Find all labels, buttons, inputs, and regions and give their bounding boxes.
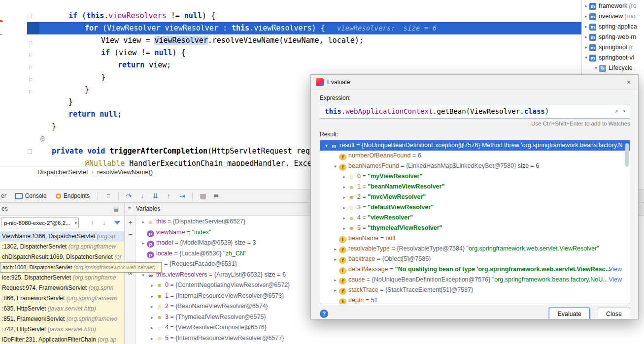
- frame-row[interactable]: Request:974, FrameworkServlet (org.sprin: [0, 283, 124, 293]
- gutter-flag-icon[interactable]: ⚐: [28, 37, 33, 49]
- frame-row[interactable]: :851, FrameworkServlet (org.springframew…: [0, 314, 124, 324]
- dialog-titlebar[interactable]: Evaluate ×: [311, 75, 638, 90]
- tree-row-3[interactable]: ▸≡3 = "defaultViewResolver": [320, 202, 630, 213]
- view-link[interactable]: View: [609, 264, 622, 275]
- frame-row[interactable]: ViewName:1366, DispatcherServlet (org.sp: [0, 231, 124, 242]
- step-out-icon[interactable]: ↑: [162, 192, 175, 200]
- chevron-closed-icon[interactable]: ▸: [341, 192, 347, 202]
- chevron-icon[interactable]: ▸: [583, 11, 589, 22]
- tree-row-beanName[interactable]: fbeanName = null: [320, 233, 630, 244]
- gutter-flag-icon[interactable]: ⚐: [28, 49, 33, 62]
- expression-input[interactable]: this.webApplicationContext.getBean(ViewR…: [320, 104, 630, 119]
- frame-row[interactable]: chDispatchResult:1069, DispatcherServlet…: [0, 252, 124, 262]
- evaluate-button[interactable]: Evaluate: [549, 308, 590, 319]
- tree-row-2[interactable]: ▸≡2 = "mvcViewResolver": [320, 192, 630, 202]
- frames-tab-cut[interactable]: es: [1, 205, 8, 212]
- tree-row-stackTrace[interactable]: ▸fstackTrace = {StackTraceElement[51]@75…: [320, 285, 630, 295]
- chevron-icon[interactable]: ▸: [583, 22, 589, 32]
- chevron-closed-icon[interactable]: ▸: [341, 203, 347, 213]
- breadcrumb-method[interactable]: resolveViewName(): [97, 168, 153, 176]
- tab-endpoints[interactable]: Endpoints: [51, 189, 94, 202]
- panel-splitter[interactable]: [124, 203, 125, 215]
- chevron-closed-icon[interactable]: ▸: [332, 285, 339, 295]
- step-into-icon[interactable]: ↓: [136, 192, 149, 200]
- force-step-into-icon[interactable]: ⇊: [149, 192, 162, 200]
- debugger-tab-cut[interactable]: er: [1, 192, 6, 199]
- chevron-closed-icon[interactable]: ▸: [332, 275, 339, 285]
- tree-row-5[interactable]: ▸≡5 = {InternalResourceViewResolver@6577…: [136, 333, 644, 344]
- chevron-closed-icon[interactable]: ▸: [341, 182, 347, 192]
- tree-row-1[interactable]: ▸≡1 = "beanNameViewResolver": [320, 182, 630, 192]
- chevron-closed-icon[interactable]: ▸: [149, 302, 155, 312]
- gutter-flag-icon[interactable]: ⚐: [28, 62, 33, 74]
- tree-row-4[interactable]: ▸≡4 = {ViewResolverComposite@6576}: [136, 322, 644, 333]
- options-menu-icon[interactable]: ≡: [102, 192, 115, 200]
- scrollbar-thumb[interactable]: [625, 143, 629, 167]
- project-item[interactable]: ▾mspringboot-vi: [582, 53, 644, 63]
- tab-console[interactable]: Console: [10, 189, 51, 202]
- variables-menu-icon[interactable]: ≡: [128, 205, 131, 212]
- frame-row[interactable]: ice:925, DispatcherServlet (org.springfr…: [0, 273, 124, 283]
- project-item[interactable]: ▸mframework (ro: [582, 1, 644, 11]
- frame-row[interactable]: :635, HttpServlet (javax.servlet.http): [0, 304, 124, 314]
- chevron-open-icon[interactable]: ▾: [323, 141, 330, 151]
- chevron-icon[interactable]: ▸: [583, 42, 589, 53]
- chevron-closed-icon[interactable]: ▸: [341, 223, 347, 233]
- tree-row-detailMessage[interactable]: fdetailMessage = "No qualifying bean of …: [320, 264, 630, 275]
- chevron-closed-icon[interactable]: ▸: [140, 217, 146, 227]
- project-item[interactable]: ▾↻Lifecycle: [582, 63, 644, 73]
- tree-row-depth[interactable]: fdepth = 51: [320, 295, 630, 304]
- chevron-closed-icon[interactable]: ▸: [341, 172, 347, 182]
- project-item[interactable]: ▸mspringboot (r: [582, 42, 644, 53]
- tree-row-cause[interactable]: ▸fcause = {NoUniqueBeanDefinitionExcepti…: [320, 275, 630, 285]
- chevron-closed-icon[interactable]: ▸: [149, 281, 155, 291]
- chevron-icon[interactable]: ▾: [583, 53, 589, 63]
- tree-row-4[interactable]: ▸≡4 = "viewResolver": [320, 213, 630, 223]
- chevron-closed-icon[interactable]: ▸: [332, 254, 339, 264]
- add-watch-icon[interactable]: +: [125, 219, 136, 226]
- expand-editor-icon[interactable]: ↗: [614, 104, 618, 118]
- help-icon[interactable]: ?: [320, 310, 328, 318]
- close-icon[interactable]: ×: [624, 78, 633, 86]
- frame-row[interactable]: :742, HttpServlet (javax.servlet.http): [0, 324, 124, 335]
- frame-row[interactable]: :866, FrameworkServlet (org.springframew…: [0, 293, 124, 304]
- chevron-closed-icon[interactable]: ▸: [149, 291, 155, 302]
- chevron-icon[interactable]: ▾: [593, 63, 599, 73]
- mute-breakpoints-icon[interactable]: ≣: [209, 192, 223, 200]
- thread-selector[interactable]: p-nio-8080-exec-2"@6,2... ▾: [1, 218, 79, 228]
- frame-down-icon[interactable]: ↓: [102, 219, 106, 226]
- history-dropdown-icon[interactable]: ▾: [623, 104, 626, 118]
- gutter-flag-icon[interactable]: ⚐: [28, 86, 33, 98]
- view-link[interactable]: View: [609, 275, 622, 285]
- project-item[interactable]: ▸mspring-applica: [582, 22, 644, 32]
- remove-watch-icon[interactable]: −: [125, 230, 136, 238]
- project-item[interactable]: ▸mspring-web-m: [582, 32, 644, 42]
- chevron-closed-icon[interactable]: ▸: [149, 334, 155, 344]
- tree-row-5[interactable]: ▸≡5 = "thymeleafViewResolver": [320, 223, 630, 233]
- tree-row-result[interactable]: ▾∞result = {NoUniqueBeanDefinitionExcept…: [320, 140, 630, 151]
- close-button[interactable]: Close: [598, 308, 630, 319]
- step-over-icon[interactable]: ↷: [122, 192, 136, 200]
- frame-up-icon[interactable]: ↑: [91, 219, 94, 226]
- filter-frames-icon[interactable]: [114, 221, 120, 225]
- tree-row-0[interactable]: ▸≡0 = "myViewResolver": [320, 171, 630, 182]
- tree-row-backtrace[interactable]: ▸fbacktrace = {Object[5]@7585}: [320, 254, 630, 264]
- chevron-closed-icon[interactable]: ▸: [149, 313, 155, 323]
- tree-row-resolvableType[interactable]: ▸fresolvableType = {ResolvableType@7584}…: [320, 244, 630, 254]
- run-to-cursor-icon[interactable]: ⇥: [175, 192, 189, 200]
- chevron-icon[interactable]: ▸: [583, 32, 589, 42]
- chevron-closed-icon[interactable]: ▸: [140, 238, 146, 249]
- tree-row-beanNamesFound[interactable]: ▾fbeanNamesFound = {LinkedHashMap$Linked…: [320, 161, 630, 171]
- chevron-closed-icon[interactable]: ▸: [341, 213, 347, 223]
- chevron-closed-icon[interactable]: ▸: [332, 244, 339, 254]
- frame-row[interactable]: :1302, DispatcherServlet (org.springfram…: [0, 242, 124, 252]
- project-item[interactable]: ▸moverview (roo: [582, 11, 644, 22]
- chevron-icon[interactable]: ▸: [583, 1, 589, 11]
- tree-row-numberOfBeansFound[interactable]: fnumberOfBeansFound = 6: [320, 151, 630, 161]
- gutter-flag-icon[interactable]: ⚐: [28, 74, 33, 86]
- chevron-open-icon[interactable]: ▾: [332, 161, 339, 171]
- chevron-closed-icon[interactable]: ▸: [149, 323, 155, 333]
- frame-row[interactable]: lDoFilter:231, ApplicationFilterChain (o…: [0, 335, 124, 344]
- frames-settings-icon[interactable]: ▤: [113, 205, 119, 212]
- breadcrumb-class[interactable]: DispatcherServlet: [37, 168, 88, 176]
